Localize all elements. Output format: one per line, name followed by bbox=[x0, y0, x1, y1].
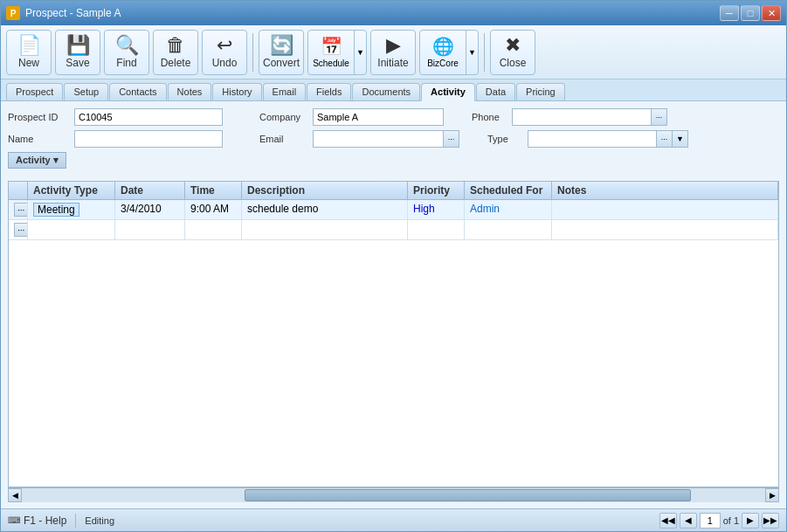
main-window: P Prospect - Sample A ─ □ ✕ 📄 New 💾 Save… bbox=[0, 0, 787, 532]
cell-activity-type-1: Meeting bbox=[28, 200, 115, 219]
col-header-btn bbox=[9, 182, 28, 199]
toolbar-separator-1 bbox=[252, 33, 253, 72]
prospect-id-label: Prospect ID bbox=[8, 112, 69, 122]
delete-button[interactable]: 🗑 Delete bbox=[153, 30, 198, 75]
cell-description-2 bbox=[242, 220, 408, 239]
email-lookup-button[interactable]: ··· bbox=[444, 130, 459, 148]
tab-data[interactable]: Data bbox=[476, 83, 515, 100]
close-window-button[interactable]: ✕ bbox=[762, 5, 781, 21]
navigation-controls: ◀◀ ◀ of 1 ▶ ▶▶ bbox=[659, 513, 779, 529]
undo-button[interactable]: ↩ Undo bbox=[202, 30, 247, 75]
col-header-description: Description bbox=[242, 182, 408, 199]
tab-email[interactable]: Email bbox=[263, 83, 307, 100]
scroll-thumb[interactable] bbox=[245, 489, 691, 501]
activity-section-label[interactable]: Activity ▾ bbox=[8, 152, 66, 169]
cell-priority-2 bbox=[408, 220, 465, 239]
save-button[interactable]: 💾 Save bbox=[55, 30, 100, 75]
table-row: ··· bbox=[9, 220, 778, 240]
page-of-label: of bbox=[723, 515, 731, 526]
schedule-dropdown-arrow[interactable]: ▼ bbox=[354, 31, 366, 74]
convert-button[interactable]: 🔄 Convert bbox=[259, 30, 304, 75]
row-dots-btn-2[interactable]: ··· bbox=[14, 223, 28, 237]
maximize-button[interactable]: □ bbox=[741, 5, 760, 21]
find-label: Find bbox=[116, 57, 136, 69]
nav-prev-button[interactable]: ◀ bbox=[680, 513, 697, 529]
cell-time-1: 9:00 AM bbox=[185, 200, 242, 219]
col-header-priority: Priority bbox=[408, 182, 465, 199]
cell-notes-2 bbox=[552, 220, 778, 239]
tab-notes[interactable]: Notes bbox=[168, 83, 212, 100]
find-button[interactable]: 🔍 Find bbox=[104, 30, 149, 75]
phone-lookup-button[interactable]: ··· bbox=[652, 108, 667, 126]
tab-contacts[interactable]: Contacts bbox=[109, 83, 166, 100]
initiate-button[interactable]: ▶ Initiate bbox=[370, 30, 416, 75]
tab-documents[interactable]: Documents bbox=[352, 83, 420, 100]
new-icon: 📄 bbox=[17, 36, 41, 55]
schedule-split-button[interactable]: 📅 Schedule ▼ bbox=[307, 30, 367, 75]
company-input[interactable] bbox=[313, 108, 444, 126]
type-field-group: ··· ▼ bbox=[528, 130, 688, 148]
undo-label: Undo bbox=[212, 57, 238, 69]
row-dots-btn-1[interactable]: ··· bbox=[14, 203, 28, 217]
type-input[interactable] bbox=[528, 130, 657, 148]
undo-icon: ↩ bbox=[217, 36, 232, 55]
scroll-left-button[interactable]: ◀ bbox=[8, 488, 22, 502]
row-action-button-2[interactable]: ··· bbox=[9, 220, 28, 239]
tab-history[interactable]: History bbox=[212, 83, 261, 100]
type-lookup-button[interactable]: ··· bbox=[657, 130, 673, 148]
content-area: Prospect ID Company Phone ··· Name Email… bbox=[1, 101, 786, 508]
col-header-activity-type: Activity Type bbox=[28, 182, 115, 199]
type-dropdown-button[interactable]: ▼ bbox=[673, 130, 688, 148]
section-header-row: Activity ▾ bbox=[8, 152, 779, 173]
activity-grid: Activity Type Date Time Description Prio… bbox=[8, 181, 779, 487]
editing-status: Editing bbox=[85, 515, 114, 526]
bizcore-dropdown-arrow[interactable]: ▼ bbox=[466, 31, 478, 74]
grid-header: Activity Type Date Time Description Prio… bbox=[9, 182, 778, 200]
close-button[interactable]: ✖ Close bbox=[490, 30, 535, 75]
nav-first-button[interactable]: ◀◀ bbox=[659, 513, 677, 529]
tab-fields[interactable]: Fields bbox=[307, 83, 351, 100]
close-toolbar-icon: ✖ bbox=[505, 36, 521, 55]
col-header-time: Time bbox=[185, 182, 242, 199]
help-indicator: ⌨ F1 - Help bbox=[8, 515, 66, 527]
cell-priority-1: High bbox=[408, 200, 465, 219]
name-input[interactable] bbox=[74, 130, 223, 148]
delete-label: Delete bbox=[161, 57, 191, 69]
new-label: New bbox=[18, 57, 39, 69]
tab-prospect[interactable]: Prospect bbox=[6, 83, 63, 100]
nav-last-button[interactable]: ▶▶ bbox=[762, 513, 779, 529]
scroll-right-button[interactable]: ▶ bbox=[765, 488, 779, 502]
cell-description-1: schedule demo bbox=[242, 200, 408, 219]
toolbar: 📄 New 💾 Save 🔍 Find 🗑 Delete ↩ Undo 🔄 Co… bbox=[1, 25, 786, 79]
row-action-button-1[interactable]: ··· bbox=[9, 200, 28, 219]
bizcore-split-button[interactable]: 🌐 BizCore ▼ bbox=[419, 30, 479, 75]
save-icon: 💾 bbox=[66, 36, 90, 55]
tab-activity[interactable]: Activity bbox=[421, 83, 475, 101]
save-label: Save bbox=[66, 57, 89, 69]
phone-input[interactable] bbox=[512, 108, 652, 126]
bizcore-icon: 🌐 bbox=[432, 36, 454, 57]
cell-time-2 bbox=[185, 220, 242, 239]
window-title: Prospect - Sample A bbox=[25, 7, 720, 19]
email-input[interactable] bbox=[313, 130, 444, 148]
status-separator bbox=[75, 514, 76, 528]
window-icon: P bbox=[6, 6, 20, 20]
email-label: Email bbox=[259, 134, 307, 144]
scroll-track[interactable] bbox=[22, 488, 765, 502]
tab-setup[interactable]: Setup bbox=[64, 83, 108, 100]
page-number-input[interactable] bbox=[700, 513, 721, 529]
find-icon: 🔍 bbox=[115, 36, 139, 55]
help-key-label: F1 - Help bbox=[24, 515, 66, 527]
bizcore-label: BizCore bbox=[427, 59, 459, 68]
table-row: ··· Meeting 3/4/2010 9:00 AM schedule de… bbox=[9, 200, 778, 220]
close-label: Close bbox=[500, 57, 527, 69]
col-header-date: Date bbox=[115, 182, 185, 199]
new-button[interactable]: 📄 New bbox=[6, 30, 52, 75]
prospect-id-input[interactable] bbox=[74, 108, 223, 126]
toolbar-separator-2 bbox=[484, 33, 485, 72]
minimize-button[interactable]: ─ bbox=[720, 5, 739, 21]
tab-pricing[interactable]: Pricing bbox=[516, 83, 565, 100]
status-bar: ⌨ F1 - Help Editing ◀◀ ◀ of 1 ▶ ▶▶ bbox=[1, 508, 786, 531]
name-label: Name bbox=[8, 134, 69, 144]
nav-next-button[interactable]: ▶ bbox=[742, 513, 759, 529]
